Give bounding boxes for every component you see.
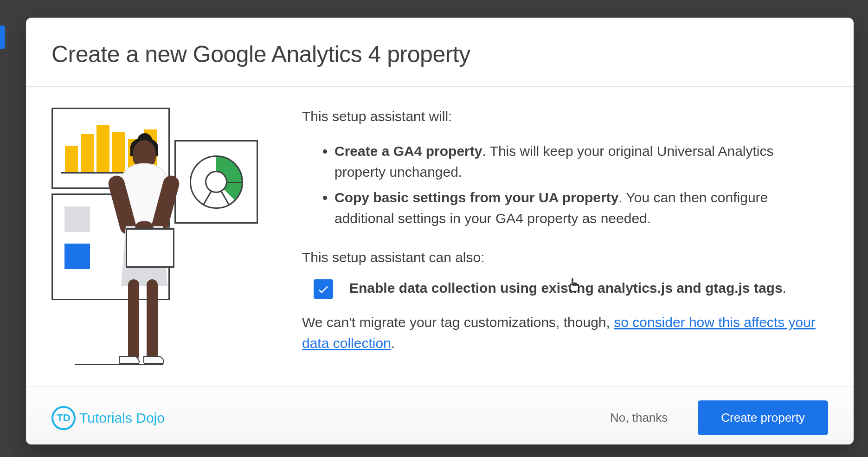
intro-text: This setup assistant will: [302, 109, 828, 124]
bullet-strong: Copy basic settings from your UA propert… [334, 190, 618, 205]
create-property-button[interactable]: Create property [698, 400, 828, 435]
brand-name: Tutorials Dojo [79, 410, 165, 426]
analytics-illustration [51, 108, 256, 367]
checkbox-label-suffix: . [783, 280, 786, 296]
blue-square-icon [64, 244, 90, 269]
background-nav-indicator [0, 26, 5, 49]
brand: TD Tutorials Dojo [51, 406, 165, 430]
checkbox-row: Enable data collection using existing an… [302, 278, 828, 299]
bullet-item: Copy basic settings from your UA propert… [334, 187, 828, 229]
pie-icon [190, 155, 243, 209]
checkbox-label-wrap: Enable data collection using existing an… [349, 278, 786, 298]
enable-data-collection-checkbox[interactable] [314, 279, 333, 299]
content-column: This setup assistant will: Create a GA4 … [302, 108, 828, 367]
floor-line [75, 364, 163, 365]
bullet-item: Create a GA4 property. This will keep yo… [334, 141, 828, 182]
also-intro-text: This setup assistant can also: [302, 250, 828, 265]
person-illustration [93, 135, 186, 367]
footer-actions: No, thanks Create property [596, 400, 828, 435]
create-ga4-property-modal: Create a new Google Analytics 4 property [26, 18, 854, 444]
illustration-column [51, 108, 265, 367]
pie-chart-panel [174, 140, 258, 224]
note-suffix: . [391, 335, 395, 351]
checkbox-label: Enable data collection using existing an… [349, 280, 783, 296]
modal-body: This setup assistant will: Create a GA4 … [26, 87, 854, 386]
tutorials-dojo-logo-icon: TD [51, 406, 76, 430]
no-thanks-button[interactable]: No, thanks [596, 402, 682, 433]
modal-title: Create a new Google Analytics 4 property [51, 41, 828, 68]
bar-icon [65, 146, 78, 174]
migration-note: We can't migrate your tag customizations… [302, 312, 828, 354]
modal-header: Create a new Google Analytics 4 property [26, 18, 854, 87]
gray-square-icon [64, 206, 90, 232]
bullet-strong: Create a GA4 property [334, 143, 482, 159]
background-text-fragment: ert [853, 371, 868, 388]
note-prefix: We can't migrate your tag customizations… [302, 315, 614, 330]
bar-icon [81, 134, 94, 174]
checkmark-icon [316, 282, 330, 296]
bullet-list: Create a GA4 property. This will keep yo… [302, 141, 828, 229]
modal-footer: TD Tutorials Dojo No, thanks Create prop… [26, 386, 854, 444]
